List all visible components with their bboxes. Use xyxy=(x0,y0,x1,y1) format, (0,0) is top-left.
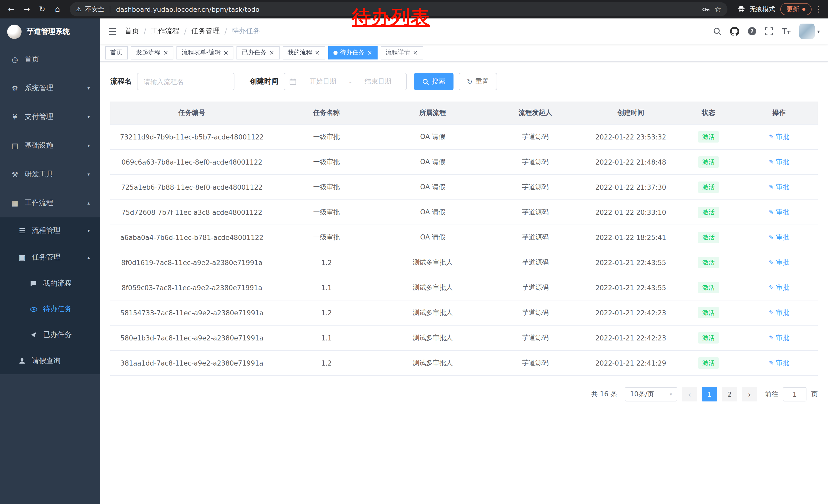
reset-button[interactable]: ↻ 重置 xyxy=(459,73,497,90)
workflow-submenu: ☰ 流程管理 ▾ ▣ 任务管理 ▴ 我的流程 xyxy=(0,217,100,374)
screen: ← → ↻ ⌂ ⚠ 不安全 dashboard.yudao.iocoder.cn… xyxy=(0,0,828,504)
cell-initiator: 芋道源码 xyxy=(486,250,585,275)
update-dot xyxy=(802,8,805,11)
fullscreen-icon[interactable] xyxy=(765,27,773,35)
hamburger-icon[interactable]: ☰ xyxy=(108,26,117,37)
tab-process-detail[interactable]: 流程详情 × xyxy=(380,46,423,59)
approve-link[interactable]: ✎审批 xyxy=(769,308,789,317)
process-name-input[interactable] xyxy=(137,73,235,90)
close-icon[interactable]: × xyxy=(413,49,418,56)
tab-home[interactable]: 首页 xyxy=(105,46,128,59)
update-button[interactable]: 更新 xyxy=(780,3,812,15)
end-date-placeholder[interactable]: 结束日期 xyxy=(355,77,401,86)
sidebar-item-system-mgmt[interactable]: ⚙ 系统管理 ▾ xyxy=(0,74,100,102)
edit-icon: ✎ xyxy=(769,359,774,367)
sidebar-item-dev-tools[interactable]: ⚒ 研发工具 ▾ xyxy=(0,160,100,189)
cell-initiator: 芋道源码 xyxy=(486,200,585,225)
table-header-row: 任务编号 任务名称 所属流程 流程发起人 创建时间 状态 操作 xyxy=(110,101,818,124)
cell-initiator: 芋道源码 xyxy=(486,300,585,325)
approve-link[interactable]: ✎审批 xyxy=(769,183,789,192)
breadcrumb-workflow[interactable]: 工作流程 xyxy=(151,27,179,36)
bookmark-star-icon[interactable]: ☆ xyxy=(714,5,721,14)
sidebar-item-task-mgmt[interactable]: ▣ 任务管理 ▴ xyxy=(0,244,100,271)
chevron-up-icon: ▴ xyxy=(87,255,90,260)
cell-task-name: 1.1 xyxy=(274,275,380,300)
help-icon[interactable]: ? xyxy=(748,27,756,35)
date-range-picker[interactable]: 开始日期 - 结束日期 xyxy=(284,73,407,90)
close-icon[interactable]: × xyxy=(269,49,274,56)
sidebar-item-todo-tasks[interactable]: 待办任务 xyxy=(0,296,100,322)
chevron-down-icon: ▾ xyxy=(670,392,672,397)
tab-my-process[interactable]: 我的流程 × xyxy=(282,46,325,59)
page-size-select[interactable]: 10条/页 ▾ xyxy=(625,387,677,402)
user-menu[interactable]: ▾ xyxy=(799,24,820,39)
page-button-1[interactable]: 1 xyxy=(702,387,717,402)
tab-done-tasks[interactable]: 已办任务 × xyxy=(237,46,279,59)
close-icon[interactable]: × xyxy=(163,49,168,56)
incognito-icon xyxy=(737,5,746,14)
sidebar-menu: ◷ 首页 ⚙ 系统管理 ▾ ¥ 支付管理 ▾ ▤ 基础设施 ▾ ⚒ 研发工具 ▾ xyxy=(0,45,100,374)
sidebar-item-workflow[interactable]: ▦ 工作流程 ▴ xyxy=(0,189,100,217)
approve-link[interactable]: ✎审批 xyxy=(769,208,789,217)
cell-task-name: 一级审批 xyxy=(274,175,380,200)
approve-link[interactable]: ✎审批 xyxy=(769,258,789,267)
approve-link[interactable]: ✎审批 xyxy=(769,283,789,292)
close-icon[interactable]: × xyxy=(315,49,320,56)
cell-task-name: 1.2 xyxy=(274,351,380,375)
dashboard-icon: ◷ xyxy=(10,55,19,63)
search-icon xyxy=(422,78,429,85)
page-button-2[interactable]: 2 xyxy=(722,387,737,402)
tab-process-form-edit[interactable]: 流程表单-编辑 × xyxy=(176,46,234,59)
search-button[interactable]: 搜索 xyxy=(414,73,454,90)
yen-icon: ¥ xyxy=(10,113,19,121)
forward-icon[interactable]: → xyxy=(19,2,34,16)
prev-page-button[interactable]: ‹ xyxy=(682,387,697,402)
key-icon[interactable] xyxy=(702,5,709,13)
app-logo-row[interactable]: 芋道管理系统 xyxy=(0,18,100,45)
avatar[interactable] xyxy=(799,24,815,39)
cell-process: 测试多审批人 xyxy=(380,325,486,351)
sidebar-item-home[interactable]: ◷ 首页 xyxy=(0,45,100,74)
cell-task-id: 580e1b3d-7ac8-11ec-a9e2-a2380e71991a xyxy=(110,325,274,351)
approve-link[interactable]: ✎审批 xyxy=(769,358,789,368)
home-icon[interactable]: ⌂ xyxy=(50,2,65,16)
breadcrumb-home[interactable]: 首页 xyxy=(125,27,139,36)
tab-start-process[interactable]: 发起流程 × xyxy=(131,46,173,59)
infrastructure-icon: ▤ xyxy=(10,141,19,150)
next-page-button[interactable]: › xyxy=(742,387,757,402)
search-icon[interactable] xyxy=(713,27,721,35)
url-text[interactable]: dashboard.yudao.iocoder.cn/bpm/task/todo xyxy=(116,5,259,13)
sidebar-item-my-process[interactable]: 我的流程 xyxy=(0,271,100,296)
sidebar-item-process-mgmt[interactable]: ☰ 流程管理 ▾ xyxy=(0,217,100,244)
approve-link[interactable]: ✎审批 xyxy=(769,333,789,342)
cell-task-id: 381aa1dd-7ac8-11ec-a9e2-a2380e71991a xyxy=(110,351,274,375)
edit-icon: ✎ xyxy=(769,259,774,266)
table-row: 58154733-7ac8-11ec-a9e2-a2380e71991a 1.2… xyxy=(110,300,818,325)
back-icon[interactable]: ← xyxy=(4,2,18,16)
reload-icon[interactable]: ↻ xyxy=(35,2,49,16)
top-navbar: ☰ 首页 / 工作流程 / 任务管理 / 待办任务 ? TT ▾ xyxy=(100,18,828,44)
approve-link[interactable]: ✎审批 xyxy=(769,132,789,141)
close-icon[interactable]: × xyxy=(223,49,229,56)
approve-link[interactable]: ✎审批 xyxy=(769,157,789,167)
col-create-time: 创建时间 xyxy=(585,101,677,124)
sidebar-item-leave-query[interactable]: 请假查询 xyxy=(0,348,100,374)
cell-create-time: 2022-01-21 22:43:55 xyxy=(585,275,677,300)
font-size-icon[interactable]: TT xyxy=(782,28,791,35)
table-row: 069c6a63-7b8a-11ec-8ef0-acde48001122 一级审… xyxy=(110,149,818,175)
total-count: 共 16 条 xyxy=(591,390,617,399)
sidebar-item-infrastructure[interactable]: ▤ 基础设施 ▾ xyxy=(0,131,100,160)
tab-todo-tasks[interactable]: 待办任务 × xyxy=(328,46,377,59)
browser-menu-icon[interactable]: ⋮ xyxy=(813,5,824,14)
not-secure-label[interactable]: 不安全 xyxy=(85,5,105,13)
sidebar-item-done-tasks[interactable]: 已办任务 xyxy=(0,322,100,348)
sidebar-item-payment-mgmt[interactable]: ¥ 支付管理 ▾ xyxy=(0,102,100,131)
breadcrumb-task-mgmt[interactable]: 任务管理 xyxy=(191,27,220,36)
github-icon[interactable] xyxy=(730,27,739,36)
goto-page-input[interactable] xyxy=(783,387,806,402)
approve-link[interactable]: ✎审批 xyxy=(769,233,789,242)
start-date-placeholder[interactable]: 开始日期 xyxy=(300,77,346,86)
cell-create-time: 2022-01-22 18:25:41 xyxy=(585,225,677,250)
close-icon[interactable]: × xyxy=(367,49,372,56)
table-row: 75d72608-7b7f-11ec-a3c8-acde48001122 一级审… xyxy=(110,200,818,225)
